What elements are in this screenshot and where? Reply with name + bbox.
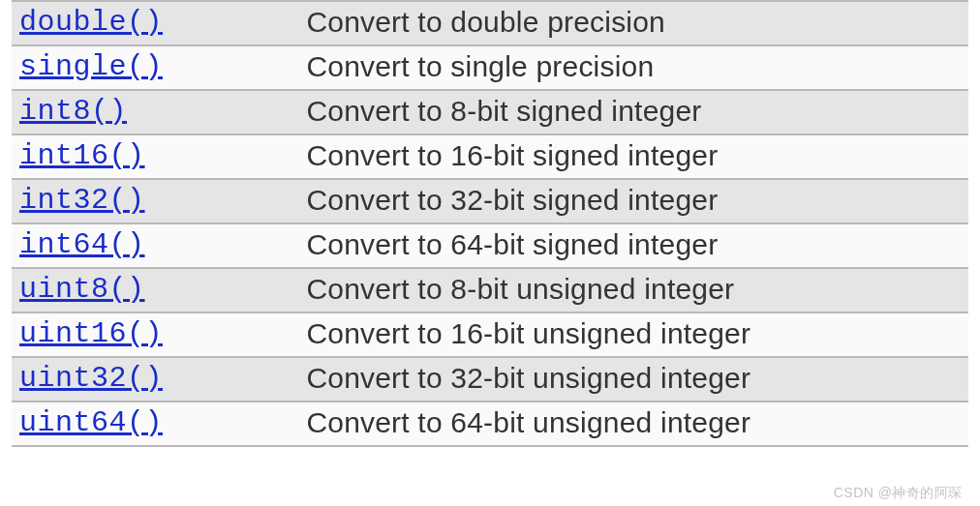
function-link[interactable]: uint16() [19,317,163,350]
description-text: Convert to 8-bit unsigned integer [306,273,734,305]
watermark: CSDN @神奇的阿琛 [834,485,963,502]
description-text: Convert to 32-bit signed integer [306,184,718,216]
description-text: Convert to 16-bit unsigned integer [306,317,750,349]
function-cell: double() [12,1,298,45]
description-cell: Convert to 8-bit unsigned integer [298,268,968,313]
description-cell: Convert to double precision [298,1,968,45]
function-cell: uint8() [12,268,298,313]
table-row: uint8()Convert to 8-bit unsigned integer [12,268,968,313]
function-link[interactable]: double() [19,6,163,39]
description-cell: Convert to 32-bit unsigned integer [298,357,968,402]
description-cell: Convert to 8-bit signed integer [298,90,968,134]
description-cell: Convert to 32-bit signed integer [298,179,968,223]
table-row: uint64()Convert to 64-bit unsigned integ… [12,402,968,446]
table-row: uint32()Convert to 32-bit unsigned integ… [12,357,968,402]
function-cell: uint64() [12,402,298,446]
type-conversion-table: double()Convert to double precisionsingl… [12,0,968,447]
table-row: double()Convert to double precision [12,1,968,45]
function-cell: int8() [12,90,298,134]
function-cell: uint32() [12,357,298,402]
description-text: Convert to 32-bit unsigned integer [306,362,750,394]
function-cell: uint16() [12,313,298,357]
function-cell: int64() [12,223,298,268]
table-row: int64()Convert to 64-bit signed integer [12,223,968,268]
function-link[interactable]: int64() [19,228,145,261]
table-body: double()Convert to double precisionsingl… [12,1,968,446]
description-text: Convert to double precision [306,6,665,38]
description-text: Convert to single precision [306,50,654,82]
description-cell: Convert to 64-bit unsigned integer [298,402,968,446]
function-cell: single() [12,45,298,90]
description-cell: Convert to 64-bit signed integer [298,223,968,268]
function-cell: int16() [12,134,298,179]
table-row: uint16()Convert to 16-bit unsigned integ… [12,313,968,357]
function-link[interactable]: int8() [19,95,127,128]
description-cell: Convert to 16-bit signed integer [298,134,968,179]
table-row: int32()Convert to 32-bit signed integer [12,179,968,223]
table-row: int8()Convert to 8-bit signed integer [12,90,968,134]
table-row: int16()Convert to 16-bit signed integer [12,134,968,179]
description-text: Convert to 64-bit unsigned integer [306,406,750,438]
function-link[interactable]: uint8() [19,273,145,306]
function-link[interactable]: int16() [19,139,145,172]
table-row: single()Convert to single precision [12,45,968,90]
page: double()Convert to double precisionsingl… [0,0,980,506]
description-text: Convert to 64-bit signed integer [306,228,718,260]
function-link[interactable]: uint64() [19,406,163,439]
function-link[interactable]: single() [19,50,163,83]
function-link[interactable]: int32() [19,184,145,217]
description-text: Convert to 8-bit signed integer [306,95,701,127]
function-link[interactable]: uint32() [19,362,163,395]
description-cell: Convert to single precision [298,45,968,90]
description-text: Convert to 16-bit signed integer [306,139,718,171]
description-cell: Convert to 16-bit unsigned integer [298,313,968,357]
function-cell: int32() [12,179,298,223]
